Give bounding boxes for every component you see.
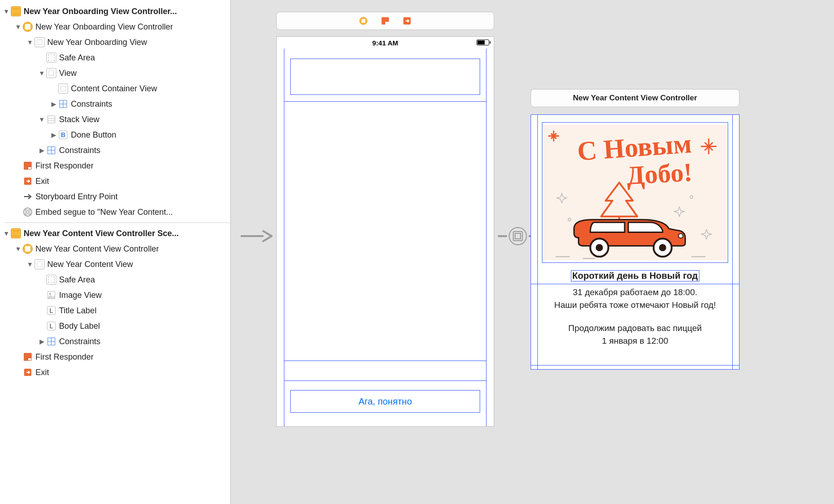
outline-label: New Year Content View — [47, 260, 133, 269]
scene-title-label: New Year Content View Controller — [573, 94, 697, 103]
first-responder-toolbar-icon[interactable] — [381, 16, 390, 25]
disclosure-triangle-icon[interactable]: ▼ — [15, 245, 22, 252]
outline-label: Exit — [35, 177, 49, 186]
storyboard-entry-point-icon — [23, 192, 33, 202]
document-outline[interactable]: ▼ New Year Onboarding View Controller...… — [0, 0, 231, 504]
disclosure-triangle-icon[interactable]: ▼ — [3, 8, 10, 15]
image-view[interactable]: С Новым Добо! — [542, 122, 728, 263]
outline-item-exit[interactable]: Exit — [0, 173, 230, 189]
safe-area-icon — [46, 275, 56, 285]
disclosure-triangle-icon[interactable]: ▼ — [38, 116, 45, 123]
outline-item-content-rootview[interactable]: ▼ New Year Content View — [0, 257, 230, 272]
view-rect[interactable] — [284, 101, 486, 361]
outline-item-title-label[interactable]: L Title Label — [0, 303, 230, 318]
disclosure-triangle-icon[interactable]: ▶ — [50, 131, 57, 138]
outline-label: Constraints — [59, 146, 100, 155]
divider-guide — [284, 380, 486, 381]
new-year-illustration: С Новым Добо! — [542, 123, 728, 262]
outline-scene-content-header[interactable]: ▼ New Year Content View Controller Sce..… — [0, 226, 230, 241]
outline-label: New Year Content View Controller — [35, 244, 159, 254]
uiview-icon — [35, 37, 45, 47]
outline-item-constraints-root[interactable]: ▶ Constraints — [0, 143, 230, 158]
view-controller-icon — [23, 244, 33, 254]
scene-onboarding[interactable]: 9:41 AM Ага, понятно — [276, 12, 494, 427]
svg-text:B: B — [61, 131, 65, 138]
disclosure-triangle-icon[interactable]: ▶ — [50, 100, 57, 108]
outline-label: Body Label — [59, 321, 100, 331]
stack-view-icon — [46, 114, 56, 124]
title-label[interactable]: Короткий день в Новый год — [571, 270, 700, 282]
outline-item-body-label[interactable]: L Body Label — [0, 318, 230, 334]
outline-item-content-vc[interactable]: ▼ New Year Content View Controller — [0, 241, 230, 257]
outline-item-stack-view[interactable]: ▼ Stack View — [0, 112, 230, 127]
disclosure-triangle-icon[interactable]: ▼ — [3, 230, 10, 237]
disclosure-triangle-icon[interactable]: ▼ — [26, 261, 34, 268]
outline-label: Constraints — [71, 99, 112, 109]
interface-builder-canvas[interactable]: 9:41 AM Ага, понятно New Year Content Vi… — [231, 0, 834, 504]
uilabel-icon: L — [46, 306, 56, 316]
outline-label: Done Button — [71, 130, 116, 140]
outline-label: View — [59, 69, 77, 78]
content-view[interactable]: С Новым Добо! — [531, 114, 740, 370]
uibutton-icon: B — [58, 130, 68, 140]
svg-point-17 — [49, 293, 51, 295]
scene-title-bar[interactable]: New Year Content View Controller — [531, 89, 740, 107]
storyboard-scene-icon — [11, 6, 21, 16]
constraints-icon — [46, 336, 56, 346]
svg-text:Добо!: Добо! — [626, 158, 693, 189]
constraints-icon — [58, 99, 68, 109]
outline-item-view[interactable]: ▼ View — [0, 65, 230, 81]
storyboard-scene-icon — [11, 228, 21, 238]
uiview-icon — [46, 68, 56, 78]
view-controller-toolbar-icon[interactable] — [359, 16, 368, 25]
outline-item-embed-segue[interactable]: Embed segue to "New Year Content... — [0, 204, 230, 220]
outline-label: New Year Content View Controller Sce... — [24, 229, 179, 238]
body-line-2: Наши ребята тоже отмечают Новый год! — [534, 299, 736, 311]
outline-item-onboarding-vc[interactable]: ▼ New Year Onboarding View Controller — [0, 19, 230, 35]
outline-item-onboarding-rootview[interactable]: ▼ New Year Onboarding View — [0, 35, 230, 50]
first-responder-icon — [23, 352, 33, 362]
outline-item-constraints[interactable]: ▶ Constraints — [0, 96, 230, 112]
done-button-label: Ага, понятно — [358, 396, 412, 407]
svg-rect-3 — [48, 116, 55, 123]
outline-item-entry-point[interactable]: Storyboard Entry Point — [0, 189, 230, 204]
outline-item-image-view[interactable]: Image View — [0, 287, 230, 303]
exit-toolbar-icon[interactable] — [402, 16, 412, 25]
svg-rect-15 — [27, 211, 29, 213]
scene-toolbar[interactable] — [276, 12, 494, 30]
body-label[interactable]: 31 декабря работаем до 18:00. Наши ребят… — [531, 284, 739, 366]
content-container-view-rect[interactable] — [290, 59, 480, 95]
outline-label: Embed segue to "New Year Content... — [35, 208, 173, 217]
outline-label: Stack View — [59, 115, 99, 124]
outline-label: Constraints — [59, 337, 100, 346]
svg-point-49 — [659, 244, 666, 251]
outline-item-done-button[interactable]: ▶ B Done Button — [0, 127, 230, 143]
disclosure-triangle-icon[interactable]: ▼ — [26, 39, 34, 46]
outline-item-first-responder[interactable]: First Responder — [0, 158, 230, 173]
outline-item-constraints-2[interactable]: ▶ Constraints — [0, 334, 230, 349]
svg-text:L: L — [50, 307, 53, 314]
storyboard-entry-arrow[interactable] — [240, 227, 273, 245]
done-button[interactable]: Ага, понятно — [290, 390, 480, 413]
view-controller-icon — [23, 22, 33, 32]
scene-content[interactable]: New Year Content View Controller С Новым… — [531, 89, 740, 370]
disclosure-triangle-icon[interactable]: ▼ — [15, 23, 22, 30]
embed-segue-icon — [23, 207, 33, 217]
outline-label: Title Label — [59, 306, 96, 316]
disclosure-triangle-icon[interactable]: ▶ — [38, 338, 45, 345]
uiimageview-icon — [46, 290, 56, 300]
outline-item-exit-2[interactable]: Exit — [0, 365, 230, 380]
outline-item-content-container[interactable]: Content Container View — [0, 81, 230, 96]
onboarding-view[interactable]: 9:41 AM Ага, понятно — [276, 36, 494, 427]
status-bar: 9:41 AM — [277, 37, 494, 49]
disclosure-triangle-icon[interactable]: ▼ — [38, 69, 45, 77]
outline-item-safe-area-2[interactable]: Safe Area — [0, 272, 230, 287]
outline-item-first-responder-2[interactable]: First Responder — [0, 349, 230, 365]
outline-item-safe-area[interactable]: Safe Area — [0, 50, 230, 65]
outline-scene-onboarding-header[interactable]: ▼ New Year Onboarding View Controller... — [0, 4, 230, 19]
disclosure-triangle-icon[interactable]: ▶ — [38, 147, 45, 154]
uiview-icon — [35, 259, 45, 269]
svg-point-50 — [679, 234, 683, 238]
outline-divider — [5, 222, 230, 223]
outline-label: Content Container View — [71, 84, 157, 94]
